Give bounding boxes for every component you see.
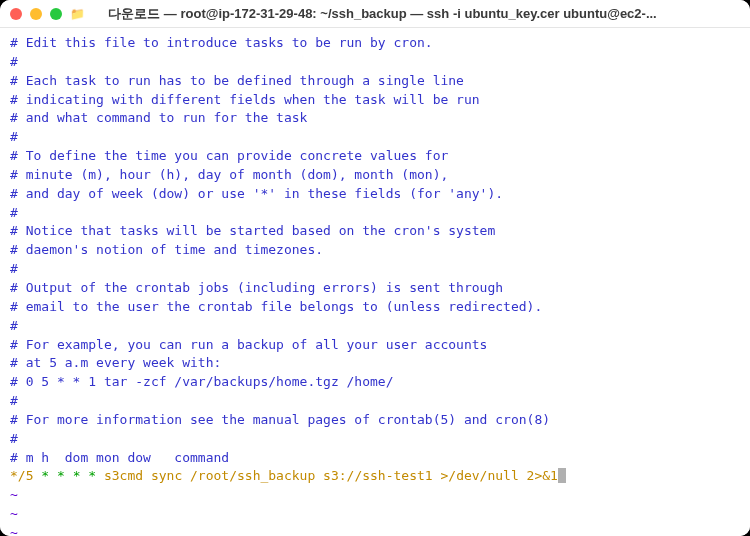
- comment-line: # For more information see the manual pa…: [10, 412, 550, 427]
- cursor: [558, 468, 566, 483]
- comment-line: #: [10, 393, 18, 408]
- cron-command: s3cmd sync /root/ssh_backup s3://ssh-tes…: [104, 468, 558, 483]
- cron-dow: *: [88, 468, 96, 483]
- cron-hour: *: [41, 468, 49, 483]
- comment-line: # 0 5 * * 1 tar -zcf /var/backups/home.t…: [10, 374, 394, 389]
- cron-dom: *: [57, 468, 65, 483]
- comment-line: # Notice that tasks will be started base…: [10, 223, 495, 238]
- comment-line: #: [10, 431, 18, 446]
- titlebar: 📁 다운로드 — root@ip-172-31-29-48: ~/ssh_bac…: [0, 0, 750, 28]
- vim-tilde: ~: [10, 525, 18, 536]
- comment-line: # daemon's notion of time and timezones.: [10, 242, 323, 257]
- cron-mon: *: [73, 468, 81, 483]
- window-title: 다운로드 — root@ip-172-31-29-48: ~/ssh_backu…: [25, 5, 740, 23]
- comment-line: #: [10, 261, 18, 276]
- terminal-body[interactable]: # Edit this file to introduce tasks to b…: [0, 28, 750, 536]
- comment-line: # and what command to run for the task: [10, 110, 307, 125]
- comment-line: # Each task to run has to be defined thr…: [10, 73, 464, 88]
- comment-line: # indicating with different fields when …: [10, 92, 480, 107]
- comment-line: #: [10, 205, 18, 220]
- comment-line: # For example, you can run a backup of a…: [10, 337, 487, 352]
- comment-line: #: [10, 129, 18, 144]
- comment-line: #: [10, 54, 18, 69]
- comment-line: #: [10, 318, 18, 333]
- close-icon[interactable]: [10, 8, 22, 20]
- cron-minute: */5: [10, 468, 33, 483]
- vim-tilde: ~: [10, 506, 18, 521]
- comment-line: # minute (m), hour (h), day of month (do…: [10, 167, 448, 182]
- terminal-window: 📁 다운로드 — root@ip-172-31-29-48: ~/ssh_bac…: [0, 0, 750, 536]
- vim-tilde: ~: [10, 487, 18, 502]
- comment-line: # m h dom mon dow command: [10, 450, 229, 465]
- comment-line: # at 5 a.m every week with:: [10, 355, 221, 370]
- comment-line: # To define the time you can provide con…: [10, 148, 448, 163]
- comment-line: # and day of week (dow) or use '*' in th…: [10, 186, 503, 201]
- comment-line: # email to the user the crontab file bel…: [10, 299, 542, 314]
- comment-line: # Output of the crontab jobs (including …: [10, 280, 503, 295]
- comment-line: # Edit this file to introduce tasks to b…: [10, 35, 433, 50]
